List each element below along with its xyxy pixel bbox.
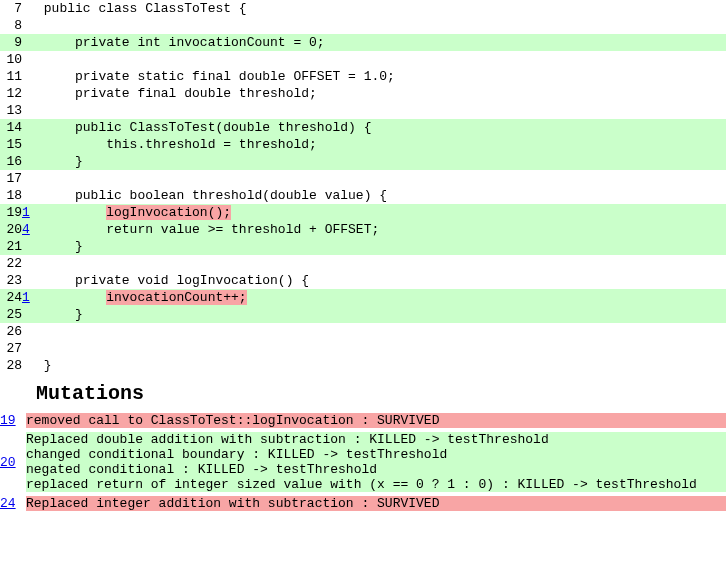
code-content: [36, 323, 726, 340]
mutation-count-cell: [22, 357, 36, 374]
mutation-line-link[interactable]: 20: [0, 455, 16, 470]
mutation-count-cell: [22, 119, 36, 136]
code-line: 28 }: [0, 357, 726, 374]
line-number: 11: [0, 68, 22, 85]
mutation-count-cell: [22, 153, 36, 170]
mutation-count-cell: [22, 102, 36, 119]
mutation-entries: Replaced double addition with subtractio…: [26, 430, 726, 494]
code-line: 204 return value >= threshold + OFFSET;: [0, 221, 726, 238]
code-line: 21 }: [0, 238, 726, 255]
survived-highlight: invocationCount++;: [106, 290, 246, 305]
code-content: [36, 340, 726, 357]
code-indent: [36, 290, 106, 305]
mutation-killed: Replaced double addition with subtractio…: [26, 432, 726, 447]
line-number: 17: [0, 170, 22, 187]
line-number: 18: [0, 187, 22, 204]
code-line: 16 }: [0, 153, 726, 170]
code-content: }: [36, 153, 726, 170]
code-line: 11 private static final double OFFSET = …: [0, 68, 726, 85]
code-line: 15 this.threshold = threshold;: [0, 136, 726, 153]
mutation-count-cell: 4: [22, 221, 36, 238]
mutation-count-cell: [22, 51, 36, 68]
line-number: 23: [0, 272, 22, 289]
mutation-count-cell: [22, 17, 36, 34]
mutation-count-link[interactable]: 4: [22, 222, 30, 237]
mutation-group: 24Replaced integer addition with subtrac…: [0, 494, 726, 513]
mutation-count-cell: [22, 340, 36, 357]
mutation-count-cell: [22, 85, 36, 102]
line-number: 16: [0, 153, 22, 170]
code-content: public ClassToTest(double threshold) {: [36, 119, 726, 136]
killed-highlight: return value >= threshold + OFFSET;: [106, 222, 379, 237]
code-line: 27: [0, 340, 726, 357]
code-line: 18 public boolean threshold(double value…: [0, 187, 726, 204]
survived-highlight: logInvocation();: [106, 205, 231, 220]
line-number: 19: [0, 204, 22, 221]
line-number: 7: [0, 0, 22, 17]
line-number: 21: [0, 238, 22, 255]
line-number: 10: [0, 51, 22, 68]
mutation-line-link[interactable]: 19: [0, 413, 16, 428]
mutation-count-cell: [22, 255, 36, 272]
code-content: public class ClassToTest {: [36, 0, 726, 17]
line-number: 9: [0, 34, 22, 51]
mutation-survived: Replaced integer addition with subtracti…: [26, 496, 726, 511]
mutation-count-link[interactable]: 1: [22, 205, 30, 220]
code-line: 10: [0, 51, 726, 68]
mutation-killed: negated conditional : KILLED -> testThre…: [26, 462, 726, 477]
code-line: 7 public class ClassToTest {: [0, 0, 726, 17]
code-indent: [36, 222, 106, 237]
mutation-count-cell: [22, 136, 36, 153]
code-indent: [36, 205, 106, 220]
code-line: 8: [0, 17, 726, 34]
code-content: private static final double OFFSET = 1.0…: [36, 68, 726, 85]
line-number: 24: [0, 289, 22, 306]
mutation-line-cell: 24: [0, 494, 26, 513]
code-line: 12 private final double threshold;: [0, 85, 726, 102]
mutation-line-link[interactable]: 24: [0, 496, 16, 511]
mutation-count-cell: [22, 34, 36, 51]
line-number: 8: [0, 17, 22, 34]
code-content: private final double threshold;: [36, 85, 726, 102]
mutation-count-cell: [22, 170, 36, 187]
code-content: }: [36, 306, 726, 323]
code-content: [36, 51, 726, 68]
mutation-count-link[interactable]: 1: [22, 290, 30, 305]
code-content: return value >= threshold + OFFSET;: [36, 221, 726, 238]
mutation-killed: changed conditional boundary : KILLED ->…: [26, 447, 726, 462]
mutation-count-cell: [22, 238, 36, 255]
code-content: public boolean threshold(double value) {: [36, 187, 726, 204]
code-content: this.threshold = threshold;: [36, 136, 726, 153]
mutation-entries: removed call to ClassToTest::logInvocati…: [26, 411, 726, 430]
line-number: 27: [0, 340, 22, 357]
mutation-survived: removed call to ClassToTest::logInvocati…: [26, 413, 726, 428]
mutation-count-cell: 1: [22, 289, 36, 306]
code-content: [36, 255, 726, 272]
mutation-line-cell: 20: [0, 430, 26, 494]
mutation-count-cell: [22, 187, 36, 204]
mutation-line-cell: 19: [0, 411, 26, 430]
source-code-table: 7 public class ClassToTest {89 private i…: [0, 0, 726, 374]
code-line: 17: [0, 170, 726, 187]
code-content: [36, 102, 726, 119]
report-container: 7 public class ClassToTest {89 private i…: [0, 0, 726, 513]
mutation-group: 20Replaced double addition with subtract…: [0, 430, 726, 494]
line-number: 14: [0, 119, 22, 136]
line-number: 25: [0, 306, 22, 323]
code-content: }: [36, 238, 726, 255]
code-content: [36, 17, 726, 34]
line-number: 13: [0, 102, 22, 119]
mutation-count-cell: 1: [22, 204, 36, 221]
code-content: private void logInvocation() {: [36, 272, 726, 289]
mutation-count-cell: [22, 0, 36, 17]
mutations-heading: Mutations: [0, 374, 726, 411]
code-line: 191 logInvocation();: [0, 204, 726, 221]
mutation-group: 19removed call to ClassToTest::logInvoca…: [0, 411, 726, 430]
mutation-count-cell: [22, 272, 36, 289]
mutation-entries: Replaced integer addition with subtracti…: [26, 494, 726, 513]
line-number: 20: [0, 221, 22, 238]
mutations-table: 19removed call to ClassToTest::logInvoca…: [0, 411, 726, 513]
mutation-count-cell: [22, 68, 36, 85]
code-content: invocationCount++;: [36, 289, 726, 306]
code-line: 22: [0, 255, 726, 272]
